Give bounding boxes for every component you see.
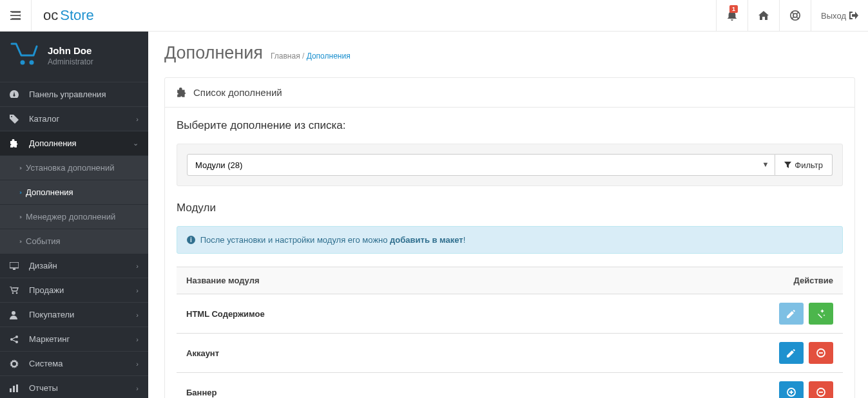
svg-point-22	[15, 336, 18, 338]
avatar	[10, 41, 39, 70]
sidebar-item-label: Система	[29, 359, 63, 368]
svg-rect-38	[819, 392, 823, 393]
logo[interactable]: oc Store	[32, 0, 106, 31]
user-icon	[10, 310, 23, 319]
uninstall-button[interactable]	[809, 381, 833, 398]
sidebar-item-design[interactable]: Дизайн ›	[0, 253, 148, 278]
sidebar-item-label: Маркетинг	[29, 334, 70, 344]
breadcrumb-home[interactable]: Главная	[271, 52, 300, 61]
info-icon: i	[187, 236, 195, 244]
col-name: Название модуля	[177, 267, 552, 294]
edit-button[interactable]	[779, 342, 804, 364]
sidebar-item-sales[interactable]: Продажи ›	[0, 278, 148, 302]
breadcrumb: Главная / Дополнения	[271, 52, 351, 61]
user-panel: John Doe Administrator	[0, 32, 148, 82]
double-chevron-icon: ››	[19, 165, 21, 171]
edit-button[interactable]	[779, 303, 804, 325]
svg-point-15	[30, 61, 34, 65]
logout-icon	[849, 12, 858, 19]
module-name: Аккаунт	[186, 348, 219, 358]
puzzle-icon	[10, 139, 23, 148]
sidebar-item-label: Менеджер дополнений	[26, 212, 115, 222]
double-chevron-icon: ››	[19, 214, 21, 220]
svg-rect-4	[12, 12, 21, 13]
chevron-right-icon: ›	[136, 262, 139, 270]
pencil-icon	[787, 309, 796, 318]
sidebar-item-label: Дополнения	[26, 187, 73, 197]
chart-icon	[10, 384, 23, 392]
sidebar-sub-modifications[interactable]: ›› Менеджер дополнений	[0, 204, 148, 229]
sidebar-item-reports[interactable]: Отчеты ›	[0, 375, 148, 398]
uninstall-button[interactable]	[809, 342, 833, 364]
col-action: Действие	[552, 267, 843, 294]
alert-text-post: !	[463, 235, 466, 245]
svg-point-9	[793, 14, 797, 17]
sidebar-item-system[interactable]: Система ›	[0, 351, 148, 375]
filter-label: Фильтр	[795, 160, 823, 170]
minus-circle-icon	[816, 348, 825, 357]
breadcrumb-separator: /	[302, 52, 307, 61]
sidebar-item-catalog[interactable]: Каталог ›	[0, 106, 148, 131]
table-row: HTML Содержимое	[177, 294, 843, 334]
logo-oc: oc	[43, 7, 58, 24]
svg-rect-16	[10, 262, 19, 268]
sidebar-item-dashboard[interactable]: Панель управления	[0, 82, 148, 106]
svg-rect-5	[12, 15, 17, 16]
sidebar-item-marketing[interactable]: Маркетинг ›	[0, 327, 148, 351]
add-button[interactable]	[779, 381, 804, 398]
notifications-button[interactable]: 1	[716, 0, 747, 31]
home-button[interactable]	[747, 0, 779, 31]
install-button[interactable]	[809, 303, 833, 325]
cart-icon	[10, 41, 39, 70]
menu-toggle[interactable]	[0, 0, 32, 31]
sidebar-sub-events[interactable]: ›› События	[0, 229, 148, 253]
logout-button[interactable]: Выход	[811, 0, 868, 31]
sidebar-item-extensions[interactable]: Дополнения ⌄	[0, 131, 148, 155]
magic-icon	[816, 309, 825, 318]
svg-point-20	[12, 311, 15, 315]
sidebar-sub-extensions[interactable]: ›› Дополнения	[0, 180, 148, 204]
sidebar-item-label: События	[26, 236, 61, 246]
breadcrumb-current[interactable]: Дополнения	[307, 52, 351, 61]
logo-store: Store	[60, 7, 94, 24]
sidebar-item-customers[interactable]: Покупатели ›	[0, 302, 148, 327]
logout-label: Выход	[821, 11, 846, 21]
svg-point-18	[12, 292, 14, 294]
svg-marker-7	[19, 14, 21, 17]
svg-rect-36	[789, 392, 793, 393]
extensions-panel: Список дополнений Выберите дополнение из…	[164, 77, 855, 398]
pencil-icon	[787, 348, 796, 357]
svg-rect-28	[13, 386, 15, 392]
svg-line-25	[13, 340, 16, 341]
plus-circle-icon	[787, 388, 796, 397]
table-row: Баннер	[177, 373, 843, 399]
svg-rect-33	[819, 352, 823, 354]
desktop-icon	[10, 262, 23, 270]
home-icon	[758, 11, 769, 20]
modules-subtitle: Модули	[177, 202, 843, 214]
double-chevron-icon: ››	[19, 238, 21, 245]
sidebar-item-label: Установка дополнений	[26, 163, 115, 173]
extension-type-select[interactable]: Модули (28)	[187, 154, 775, 176]
svg-text:i: i	[190, 236, 192, 243]
panel-heading: Список дополнений	[165, 78, 854, 108]
double-chevron-icon: ››	[19, 189, 21, 196]
cart-icon	[10, 287, 23, 294]
svg-point-23	[15, 341, 18, 343]
chevron-right-icon: ›	[136, 287, 139, 294]
chevron-down-icon: ⌄	[133, 139, 139, 147]
sidebar-item-label: Панель управления	[29, 90, 106, 99]
support-button[interactable]	[779, 0, 811, 31]
modules-table: Название модуля Действие HTML Содержимое…	[177, 267, 843, 398]
minus-circle-icon	[816, 388, 825, 397]
filter-button[interactable]: Фильтр	[775, 154, 833, 176]
notification-badge: 1	[729, 5, 738, 13]
page-title: Дополнения	[164, 43, 263, 63]
sidebar-item-label: Каталог	[29, 114, 59, 124]
sidebar-sub-installer[interactable]: ›› Установка дополнений	[0, 155, 148, 180]
svg-line-24	[13, 337, 16, 338]
table-row: Аккаунт	[177, 334, 843, 373]
alert-text-bold: добавить в макет	[390, 235, 463, 245]
filter-bar: Модули (28) ▼ Фильтр	[177, 144, 843, 186]
sidebar-item-label: Покупатели	[29, 310, 74, 319]
